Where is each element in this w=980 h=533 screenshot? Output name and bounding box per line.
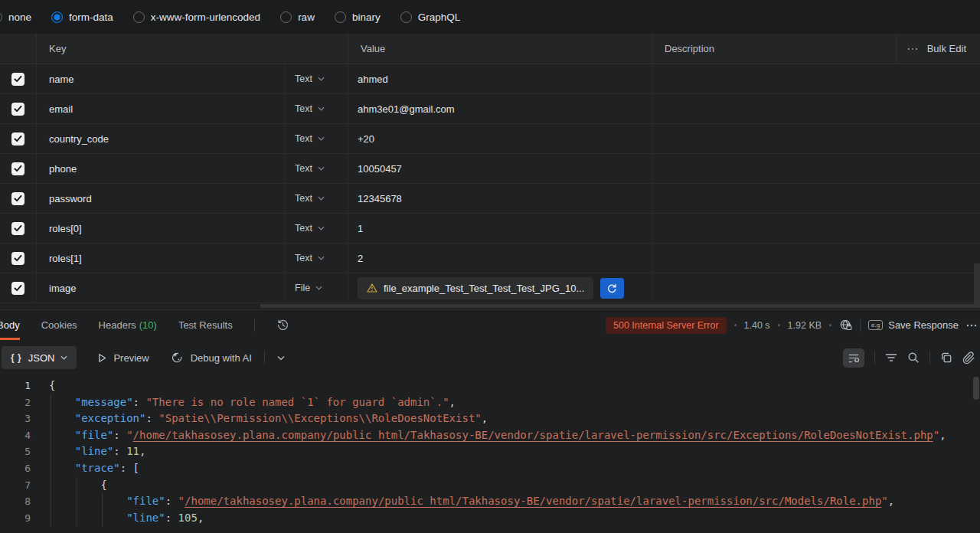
description-cell[interactable] xyxy=(652,64,980,93)
value-cell[interactable]: 12345678 xyxy=(348,184,652,213)
response-tab-body[interactable]: Body xyxy=(0,310,20,340)
row-checkbox[interactable] xyxy=(11,252,24,265)
row-checkbox[interactable] xyxy=(11,222,24,235)
body-type-option-form-data[interactable]: form-data xyxy=(51,11,113,23)
horizontal-scrollbar[interactable] xyxy=(260,304,980,308)
type-dropdown[interactable]: Text xyxy=(286,124,348,153)
preview-label: Preview xyxy=(113,352,149,364)
code-vertical-scrollbar[interactable] xyxy=(973,377,979,400)
description-cell[interactable] xyxy=(652,184,980,213)
key-cell[interactable]: roles[0] xyxy=(37,214,286,243)
row-checkbox[interactable] xyxy=(11,73,24,86)
checkbox-cell xyxy=(0,184,37,213)
file-chip[interactable]: file_example_Test_Test_Test_Test_JPG_10.… xyxy=(358,277,593,299)
value-cell[interactable]: file_example_Test_Test_Test_Test_JPG_10.… xyxy=(348,273,652,302)
description-cell[interactable] xyxy=(652,244,980,273)
response-tab-test-results[interactable]: Test Results xyxy=(178,310,233,340)
key-cell[interactable]: image xyxy=(37,273,286,302)
description-cell[interactable] xyxy=(652,124,980,153)
body-type-option-GraphQL[interactable]: GraphQL xyxy=(400,11,461,23)
description-cell[interactable] xyxy=(652,94,980,123)
row-checkbox[interactable] xyxy=(11,162,24,175)
chevron-down-icon xyxy=(318,166,325,171)
key-cell[interactable]: roles[1] xyxy=(37,244,286,273)
type-dropdown[interactable]: Text xyxy=(286,154,348,183)
description-cell[interactable] xyxy=(652,214,980,243)
network-globe-lock-icon[interactable] xyxy=(839,319,852,332)
key-text: roles[1] xyxy=(49,253,82,264)
table-row-roles[0]: roles[0]Text1 xyxy=(0,214,980,244)
key-cell[interactable]: name xyxy=(37,64,286,93)
code-token: [ xyxy=(133,462,139,474)
row-checkbox[interactable] xyxy=(11,282,24,295)
more-actions-chevron-icon[interactable] xyxy=(277,355,285,361)
file-path-link[interactable]: /home/takhasosey.plana.company/public_ht… xyxy=(185,495,881,507)
filter-icon[interactable] xyxy=(885,352,897,363)
response-tab-cookies[interactable]: Cookies xyxy=(41,310,77,340)
response-more-options-icon[interactable] xyxy=(966,324,977,327)
row-checkbox[interactable] xyxy=(11,103,24,116)
code-line-text: { xyxy=(31,378,55,394)
type-dropdown[interactable]: Text xyxy=(286,184,348,213)
body-type-option-binary[interactable]: binary xyxy=(335,11,381,23)
type-dropdown[interactable]: Text xyxy=(286,214,348,243)
search-icon[interactable] xyxy=(907,352,920,364)
body-type-option-none[interactable]: none xyxy=(0,11,31,23)
save-response-button[interactable]: e.g Save Response xyxy=(868,319,959,331)
value-cell[interactable]: 2 xyxy=(348,244,652,273)
type-dropdown[interactable]: Text xyxy=(286,94,348,123)
body-type-option-x-www-form-urlencoded[interactable]: x-www-form-urlencoded xyxy=(133,11,260,23)
history-icon[interactable] xyxy=(276,319,289,332)
radio-icon xyxy=(133,11,145,23)
value-cell[interactable]: ahm3e01@gmail.com xyxy=(348,94,652,123)
code-line: 7 { xyxy=(0,477,980,494)
key-cell[interactable]: email xyxy=(37,94,286,123)
code-line-text: "trace": [ xyxy=(31,460,139,477)
response-tab-headers[interactable]: Headers(10) xyxy=(99,310,157,340)
indent-guide xyxy=(77,477,77,526)
type-dropdown[interactable]: Text xyxy=(286,64,348,93)
body-type-option-raw[interactable]: raw xyxy=(280,11,315,23)
chevron-down-icon xyxy=(318,196,325,201)
file-path-link[interactable]: /home/takhasosey.plana.company/public_ht… xyxy=(133,429,933,441)
link-icon[interactable] xyxy=(962,352,975,365)
key-text: country_code xyxy=(49,133,109,145)
key-cell[interactable]: country_code xyxy=(37,124,286,153)
row-checkbox[interactable] xyxy=(11,132,24,146)
braces-icon: { } xyxy=(11,352,22,363)
code-token: "message" xyxy=(75,396,133,408)
format-select-json[interactable]: { } JSON xyxy=(2,346,77,369)
value-cell[interactable]: 10050457 xyxy=(348,154,652,183)
value-cell[interactable]: ahmed xyxy=(348,64,652,93)
table-row-image: imageFilefile_example_Test_Test_Test_Tes… xyxy=(0,273,980,303)
preview-button[interactable]: Preview xyxy=(98,352,149,364)
play-icon xyxy=(98,353,106,363)
value-cell[interactable]: +20 xyxy=(348,124,652,153)
type-dropdown[interactable]: Text xyxy=(286,244,348,273)
debug-with-ai-button[interactable]: Debug with AI xyxy=(171,352,252,365)
table-vertical-scrollbar[interactable] xyxy=(974,263,980,306)
table-row-password: passwordText12345678 xyxy=(0,184,980,214)
code-line: 3 "exception": "Spatie\\Permission\\Exce… xyxy=(0,410,980,427)
row-checkbox[interactable] xyxy=(11,192,24,205)
description-cell[interactable] xyxy=(652,273,980,302)
response-tabs: BodyCookiesHeaders(10)Test Results xyxy=(0,310,289,340)
value-cell[interactable]: 1 xyxy=(348,214,652,243)
divider xyxy=(929,352,930,364)
copy-icon[interactable] xyxy=(940,352,952,364)
viewer-toolbar-right xyxy=(843,348,980,368)
bulk-edit-button[interactable]: Bulk Edit xyxy=(896,34,980,64)
radio-icon xyxy=(280,11,292,23)
line-number: 2 xyxy=(0,394,31,411)
key-cell[interactable]: phone xyxy=(37,154,286,183)
description-cell[interactable] xyxy=(652,154,980,183)
type-dropdown[interactable]: File xyxy=(286,273,348,302)
divider xyxy=(860,319,861,332)
word-wrap-icon[interactable] xyxy=(843,348,864,368)
reupload-file-button[interactable] xyxy=(600,278,624,299)
key-cell[interactable]: password xyxy=(37,184,286,213)
type-label: File xyxy=(295,283,310,293)
code-token: : xyxy=(145,412,158,424)
body-type-label: GraphQL xyxy=(418,11,461,23)
code-token: : xyxy=(133,396,146,408)
